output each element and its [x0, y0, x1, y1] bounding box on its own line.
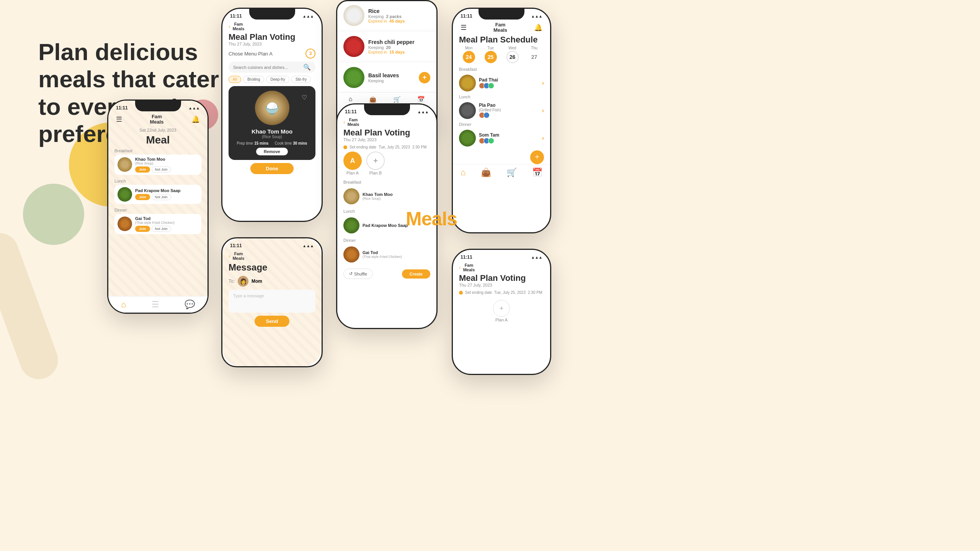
nav-home-icon[interactable]: ⌂ [121, 300, 126, 310]
bell-icon-6[interactable]: 🔔 [534, 23, 542, 32]
search-bar[interactable]: 🔍 [229, 62, 315, 73]
done-button[interactable]: Done [250, 163, 294, 174]
chevron-right-icon-somtam[interactable]: › [542, 135, 544, 142]
sch-img-plapao [459, 102, 476, 119]
plan-a-sm-circle[interactable]: + [493, 300, 510, 317]
not-join-btn-gai[interactable]: Not Join [152, 226, 171, 232]
msg-input[interactable]: Type a message [229, 290, 315, 313]
phone2-status-icons: ▲▲▲ [302, 14, 314, 18]
nav-home-icon-6[interactable]: ⌂ [461, 168, 466, 178]
join-btn-gai[interactable]: Join [135, 226, 150, 232]
chevron-right-icon-padthai[interactable]: › [542, 80, 544, 86]
plan-a-group: A Plan A [343, 152, 362, 175]
phone4-back-header: ‹ Fam Meals [222, 250, 322, 262]
vote-plan-row-5: A Plan A + Plan B [337, 152, 436, 178]
nav-bag-icon-inv[interactable]: 👜 [369, 96, 377, 103]
create-button[interactable]: Create [402, 269, 430, 279]
join-btn-padkra[interactable]: Join [135, 194, 150, 200]
phone6-status-bar: 11:11 ▲▲▲ [453, 9, 550, 20]
nav-cal-icon-6[interactable]: 📅 [532, 168, 542, 178]
phone5-status-bar: 11:11 ▲▲▲ [337, 104, 436, 116]
set-date-7: Tue, July 25, 2023 [494, 290, 526, 295]
plan-b-circle[interactable]: + [366, 152, 385, 170]
breakfast-label: Breakfast [114, 148, 201, 153]
sch-avatars-somtam [479, 138, 539, 144]
cal-num-tue[interactable]: 25 [485, 51, 497, 63]
fab-wrapper: + [453, 149, 550, 164]
plan-a-sm-label: Plan A [493, 318, 510, 322]
fab-add-button[interactable]: + [530, 150, 544, 164]
plan-a-circle[interactable]: A [343, 152, 362, 170]
nav-cal-icon-inv[interactable]: 📅 [417, 96, 425, 103]
set-dot-7 [459, 291, 463, 295]
nav-bag-icon-6[interactable]: 👜 [481, 168, 491, 178]
phone-voting: 11:11 ▲▲▲ ‹ Fam Meals Meal Plan Voting T… [221, 8, 323, 222]
bell-icon[interactable]: 🔔 [191, 115, 200, 124]
phone1-bottom-nav: ⌂ ☰ 💬 [108, 296, 207, 313]
cal-num-wed[interactable]: 26 [506, 51, 519, 63]
voting-title: Meal Plan Voting [222, 33, 322, 42]
add-basil-btn[interactable]: + [419, 72, 430, 83]
shuffle-button[interactable]: ↺ Shuffle [343, 269, 373, 279]
plan-b-label: Plan B [366, 171, 385, 175]
cal-num-mon[interactable]: 24 [463, 51, 475, 63]
phone6-logo: Fam Meals [493, 22, 507, 33]
nav-home-icon-inv[interactable]: ⌂ [349, 96, 353, 103]
sch-name-plapao: Pla Pao [479, 103, 539, 108]
phone1-logo: Fam Meals [150, 114, 163, 125]
inv-expired-rice: Expired in 45 days [368, 19, 430, 23]
back-arrow-icon-5[interactable]: ‹ [343, 119, 345, 125]
msg-avatar-mom: 👩 [238, 276, 248, 287]
meal-item-small-pad: Pad Krapow Moo Saap [343, 215, 430, 236]
back-arrow-icon-7[interactable]: ‹ [459, 264, 461, 271]
sch-somtam: Som Tam › [453, 127, 550, 149]
tag-deepfry[interactable]: Deep-fry [266, 76, 289, 83]
send-button[interactable]: Send [255, 316, 290, 327]
not-join-btn-padkra[interactable]: Not Join [152, 194, 171, 200]
bg-decoration-strip [0, 228, 63, 385]
cal-day-tue: Tue 25 [485, 46, 497, 63]
cal-day-thu: Thu 27 [528, 46, 541, 63]
not-join-btn-khao[interactable]: Not Join [152, 166, 171, 173]
heart-icon[interactable]: ♡ [302, 94, 307, 101]
back-arrow-icon[interactable]: ‹ [229, 23, 230, 29]
cal-num-thu[interactable]: 27 [528, 51, 541, 63]
phone7-back-header: ‹ Fam Meals [453, 261, 550, 274]
join-btn-khao[interactable]: Join [135, 166, 150, 173]
nav-cart-icon-inv[interactable]: 🛒 [393, 96, 401, 103]
set-time-7: 2:30 PM [528, 290, 542, 295]
meal-name-sm-pad: Pad Krapow Moo Saap [363, 223, 408, 228]
search-input[interactable] [233, 65, 301, 70]
phone6-time: 11:11 [461, 13, 472, 19]
nav-cart-icon-6[interactable]: 🛒 [506, 168, 517, 178]
phone6-app-header: ☰ Fam Meals 🔔 [453, 20, 550, 35]
phone1-inner: 11:11 ▲▲▲ ☰ Fam Meals 🔔 Sat 22nd July, 2… [108, 101, 207, 313]
phone6-status-icons: ▲▲▲ [531, 14, 542, 18]
hamburger-icon[interactable]: ☰ [116, 115, 122, 124]
dinner-label: Dinner [114, 208, 201, 212]
hamburger-icon-6[interactable]: ☰ [461, 23, 467, 32]
tag-broiling[interactable]: Broiling [243, 76, 264, 83]
nav-list-icon[interactable]: ☰ [152, 300, 159, 310]
search-icon[interactable]: 🔍 [303, 64, 311, 71]
nav-chat-icon[interactable]: 💬 [185, 300, 195, 310]
meal-name-sm-khao: Khao Tom Moo [363, 192, 393, 197]
calendar-row: Mon 24 Tue 25 Wed 26 Thu 27 [453, 44, 550, 66]
meal-info-padkra: Pad Krapow Moo Saap Join Not Join [135, 188, 198, 200]
inv-img-rice [343, 5, 364, 26]
chose-menu-row: Chose Menu Plan A 3 [222, 49, 322, 62]
back-arrow-icon-4[interactable]: ‹ [229, 253, 230, 259]
meal-item-small-gai: Gai Tod (Thai-style Fried Chicken) [343, 244, 430, 265]
tag-stirfry[interactable]: Stir-fry [291, 76, 311, 83]
set-ending-row-5: Set ending date Tue, July 25, 2023 2:30 … [337, 144, 436, 152]
shuffle-icon: ↺ [349, 271, 353, 276]
meal-img-sm-khao [343, 188, 359, 204]
remove-button[interactable]: Remove [256, 148, 288, 155]
sch-dinner-label: Dinner [453, 121, 550, 127]
tag-all[interactable]: All [229, 76, 241, 83]
inv-keeping-rice: Keeping 2 packs [368, 14, 430, 19]
chevron-right-icon-plapao[interactable]: › [542, 107, 544, 114]
sch-av-3 [488, 83, 494, 89]
phone6-bottom-nav: ⌂ 👜 🛒 📅 [453, 164, 550, 181]
shuffle-create-row: ↺ Shuffle Create [337, 266, 436, 282]
